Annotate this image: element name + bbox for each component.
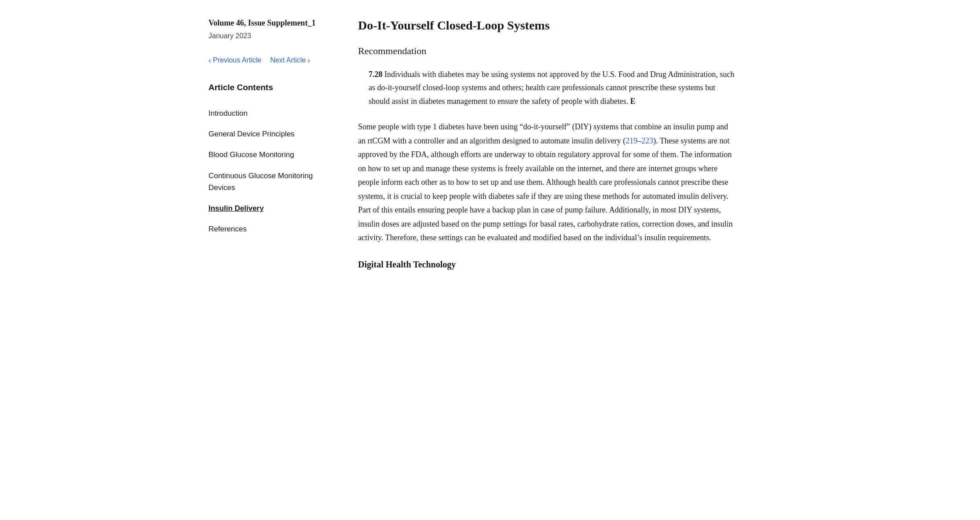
sidebar-item-blood-glucose-monitoring[interactable]: Blood Glucose Monitoring <box>208 144 323 165</box>
body-paragraph-1: Some people with type 1 diabetes have be… <box>358 120 736 245</box>
contents-list: IntroductionGeneral Device PrinciplesBlo… <box>208 103 323 239</box>
sidebar-item-general-device-principles[interactable]: General Device Principles <box>208 124 323 144</box>
article-title: Do-It-Yourself Closed-Loop Systems <box>358 18 736 33</box>
recommendation-text: 7.28 Individuals with diabetes may be us… <box>369 68 736 108</box>
nav-links: Previous Article Next Article <box>208 54 323 67</box>
link-separator: – <box>637 136 641 145</box>
recommendation-body: Individuals with diabetes may be using s… <box>369 70 734 106</box>
recommendation-number: 7.28 <box>369 70 383 79</box>
next-article-link[interactable]: Next Article <box>270 54 310 67</box>
evidence-grade: E <box>630 97 636 106</box>
reference-223-link[interactable]: 223 <box>641 136 653 145</box>
subsection-heading: Digital Health Technology <box>358 257 736 271</box>
volume-title: Volume 46, Issue Supplement_1 <box>208 18 323 29</box>
sidebar-item-insulin-delivery[interactable]: Insulin Delivery <box>208 198 323 219</box>
recommendation-block: 7.28 Individuals with diabetes may be us… <box>358 68 736 108</box>
volume-date: January 2023 <box>208 30 323 42</box>
sidebar-item-references[interactable]: References <box>208 219 323 239</box>
main-content: Do-It-Yourself Closed-Loop Systems Recom… <box>358 18 736 273</box>
prev-article-link[interactable]: Previous Article <box>208 54 261 67</box>
recommendation-heading: Recommendation <box>358 43 736 59</box>
volume-info: Volume 46, Issue Supplement_1 January 20… <box>208 18 323 42</box>
reference-219-link[interactable]: 219 <box>625 136 637 145</box>
body-text-after-link: ). These systems are not approved by the… <box>358 136 733 242</box>
sidebar-item-continuous-glucose-monitoring[interactable]: Continuous Glucose Monitoring Devices <box>208 165 323 198</box>
sidebar-item-introduction[interactable]: Introduction <box>208 103 323 124</box>
page-wrapper: Volume 46, Issue Supplement_1 January 20… <box>182 0 798 291</box>
article-contents-heading: Article Contents <box>208 81 323 94</box>
sidebar: Volume 46, Issue Supplement_1 January 20… <box>208 18 323 273</box>
